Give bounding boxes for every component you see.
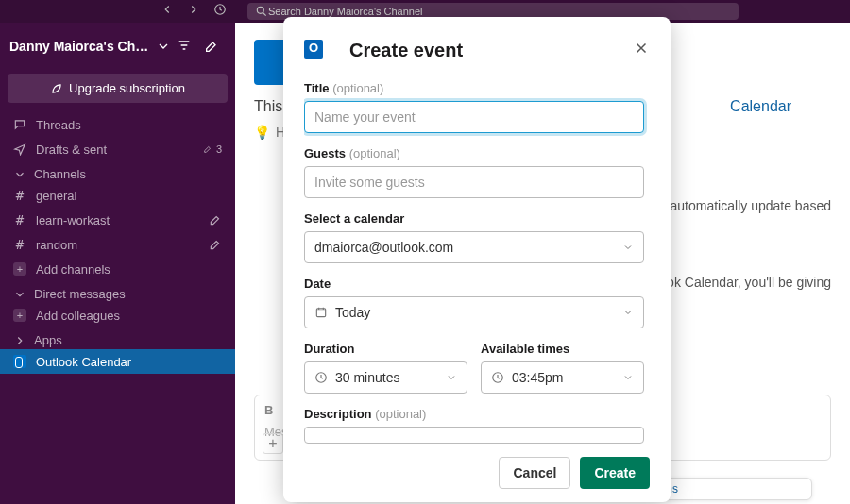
chevron-down-icon: [622, 307, 634, 318]
modal-title: Create event: [349, 40, 463, 61]
available-field: Available times 03:45pm: [481, 342, 644, 394]
guests-input[interactable]: [304, 166, 644, 198]
cancel-button[interactable]: Cancel: [499, 457, 570, 489]
chevron-down-icon: [446, 372, 457, 383]
create-button[interactable]: Create: [580, 457, 650, 489]
duration-label: Duration: [304, 342, 468, 356]
guests-label: Guests (optional): [304, 146, 644, 160]
date-value: Today: [335, 305, 370, 320]
date-label: Date: [304, 277, 644, 291]
description-label: Description (optional): [304, 407, 644, 421]
svg-rect-2: [316, 309, 325, 317]
duration-field: Duration 30 minutes: [304, 342, 468, 394]
description-field: Description (optional): [304, 407, 644, 444]
duration-select[interactable]: 30 minutes: [304, 361, 468, 394]
description-input[interactable]: [304, 427, 644, 444]
calendar-label: Select a calendar: [304, 211, 644, 226]
chevron-down-icon: [622, 372, 634, 383]
chevron-down-icon: [622, 242, 634, 253]
guests-field: Guests (optional): [304, 146, 644, 198]
available-select[interactable]: 03:45pm: [481, 361, 644, 394]
calendar-field: Select a calendar dmaiorca@outlook.com: [304, 211, 644, 263]
available-label: Available times: [481, 342, 644, 356]
clock-icon: [491, 371, 504, 384]
close-button[interactable]: [633, 40, 650, 60]
modal-overlay: Create event Title (optional) Guests (op…: [0, 0, 850, 504]
clock-icon: [314, 371, 328, 384]
date-select[interactable]: Today: [304, 296, 644, 328]
available-value: 03:45pm: [512, 370, 563, 385]
title-input[interactable]: [304, 101, 644, 133]
modal-footer: Cancel Create: [304, 447, 650, 489]
calendar-icon: [314, 306, 328, 319]
duration-value: 30 minutes: [335, 370, 400, 385]
outlook-icon: [304, 34, 336, 66]
title-field: Title (optional): [304, 81, 644, 133]
title-label: Title (optional): [304, 81, 644, 95]
calendar-value: dmaiorca@outlook.com: [314, 240, 453, 255]
calendar-select[interactable]: dmaiorca@outlook.com: [304, 231, 644, 263]
create-event-modal: Create event Title (optional) Guests (op…: [283, 17, 671, 502]
date-field: Date Today: [304, 277, 644, 328]
